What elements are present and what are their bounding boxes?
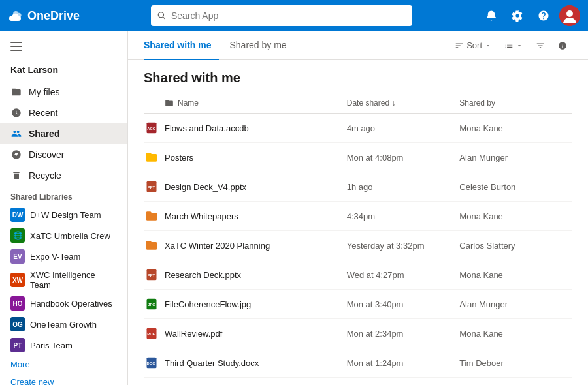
lib-badge-xwc: XW	[10, 273, 25, 287]
table-row[interactable]: PPT Design Deck_V4.pptx 1h ago Celeste B…	[144, 172, 572, 202]
file-date: Mon at 1:24pm	[347, 348, 460, 378]
lib-badge-dw: DW	[10, 208, 25, 222]
file-name: March Whitepapers	[165, 211, 238, 221]
col-header-shared-by[interactable]: Shared by	[459, 93, 572, 114]
file-name-cell: PDF WallReview.pdf	[144, 319, 347, 348]
lib-badge-pt: PT	[10, 338, 25, 352]
table-row[interactable]: DOC Third Quarter Study.docx Mon at 1:24…	[144, 348, 572, 378]
table-row[interactable]: JPG FileCoherenceFlow.jpg Mon at 3:40pm …	[144, 290, 572, 319]
file-name-cell: DOC Third Quarter Study.docx	[144, 348, 347, 378]
file-type-icon	[144, 238, 159, 253]
my-files-icon	[10, 86, 22, 98]
app-logo[interactable]: OneDrive	[8, 8, 112, 23]
file-name-cell: PPT Research Deck.pptx	[144, 260, 347, 290]
file-shared-by: Mona Kane	[459, 260, 572, 290]
file-type-icon	[144, 149, 159, 165]
file-name: Third Quarter Study.docx	[165, 358, 259, 368]
lib-label-dw: D+W Design Team	[30, 210, 101, 220]
col-header-date[interactable]: Date shared ↓	[347, 93, 460, 114]
svg-text:DOC: DOC	[147, 362, 156, 365]
file-type-icon	[144, 208, 159, 224]
list-view-icon	[504, 41, 514, 50]
search-box[interactable]	[151, 5, 412, 26]
sidebar-lib-dw[interactable]: DW D+W Design Team	[0, 204, 127, 225]
file-type-icon: ACC	[144, 120, 159, 136]
hamburger-button[interactable]	[0, 37, 127, 58]
lib-badge-og: OG	[10, 317, 25, 331]
sidebar-lib-og[interactable]: OG OneTeam Growth	[0, 314, 127, 335]
notification-button[interactable]	[481, 5, 502, 26]
more-link[interactable]: More	[0, 356, 127, 373]
sidebar-item-discover[interactable]: Discover	[0, 144, 127, 165]
file-name-cell: March Whitepapers	[144, 202, 347, 231]
view-chevron-icon	[516, 42, 523, 49]
tab-shared-by-me[interactable]: Shared by me	[229, 31, 294, 60]
filter-icon	[536, 41, 545, 50]
file-type-icon: PDF	[144, 326, 159, 341]
sidebar-lib-pt[interactable]: PT Paris Team	[0, 335, 127, 356]
sort-icon	[455, 41, 464, 50]
search-icon	[157, 11, 166, 20]
table-row[interactable]: PPT Research Deck.pptx Wed at 4:27pm Mon…	[144, 260, 572, 290]
help-button[interactable]	[533, 5, 554, 26]
main-layout: Kat Larson My files Recent Shared Discov…	[0, 31, 588, 385]
svg-point-0	[158, 12, 163, 18]
sidebar-item-label: My files	[29, 87, 59, 97]
sidebar-username: Kat Larson	[0, 61, 127, 82]
table-row[interactable]: PDF WallReview.pdf Mon at 2:34pm Mona Ka…	[144, 319, 572, 348]
info-button[interactable]	[553, 38, 572, 53]
svg-text:PDF: PDF	[147, 332, 155, 336]
file-type-icon: DOC	[144, 355, 159, 371]
table-row[interactable]: Posters Mon at 4:08pm Alan Munger	[144, 143, 572, 172]
lib-label-og: OneTeam Growth	[30, 320, 97, 330]
file-type-icon: PPT	[144, 267, 159, 283]
help-icon	[538, 10, 549, 22]
search-input[interactable]	[171, 10, 406, 21]
file-name: XaTC Winter 2020 Planning	[165, 241, 270, 251]
sidebar-item-label: Recent	[29, 108, 57, 118]
file-name-cell: XaTC Winter 2020 Planning	[144, 231, 347, 260]
sidebar-lib-xwc[interactable]: XW XWC Intelligence Team	[0, 267, 127, 293]
shared-icon	[10, 128, 22, 140]
sort-button[interactable]: Sort	[449, 38, 497, 53]
lib-label-ev: Expo V-Team	[30, 252, 80, 262]
table-row[interactable]: March Whitepapers 4:34pm Mona Kane	[144, 202, 572, 231]
file-date: 4m ago	[347, 114, 460, 143]
sidebar-item-recycle[interactable]: Recycle	[0, 165, 127, 186]
avatar[interactable]	[559, 5, 580, 26]
sidebar-lib-xatc[interactable]: 🌐 XaTC Umbrella Crew	[0, 225, 127, 246]
sort-chevron-icon	[485, 42, 491, 49]
sidebar-item-shared[interactable]: Shared	[0, 123, 127, 144]
file-shared-by: Mona Kane	[459, 114, 572, 143]
table-row[interactable]: ACC Flows and Data.accdb 4m ago Mona Kan…	[144, 114, 572, 143]
lib-badge-ev: EV	[10, 249, 25, 264]
filter-button[interactable]	[531, 38, 550, 53]
page-title: Shared with me	[144, 60, 572, 93]
file-name-cell: Posters	[144, 143, 347, 172]
sidebar-lib-ho[interactable]: HO Handbook Operatives	[0, 293, 127, 314]
sidebar-item-recent[interactable]: Recent	[0, 102, 127, 123]
lib-label-pt: Paris Team	[30, 341, 73, 350]
lib-label-ho: Handbook Operatives	[30, 299, 112, 309]
table-row[interactable]: XaTC Winter 2020 Planning Yesterday at 3…	[144, 231, 572, 260]
col-header-name[interactable]: Name	[144, 93, 347, 114]
lib-badge-xatc: 🌐	[10, 228, 25, 243]
file-date: Mon at 4:08pm	[347, 143, 460, 172]
sidebar-item-my-files[interactable]: My files	[0, 82, 127, 102]
create-new-link[interactable]: Create new	[0, 373, 127, 385]
file-shared-by: Celeste Burton	[459, 172, 572, 202]
settings-button[interactable]	[507, 5, 528, 26]
tab-shared-with-me[interactable]: Shared with me	[144, 31, 219, 60]
recycle-icon	[10, 170, 22, 181]
content-area: Shared with me Shared by me Sort	[128, 31, 588, 385]
sidebar-lib-ev[interactable]: EV Expo V-Team	[0, 246, 127, 267]
view-toggle-button[interactable]	[499, 38, 528, 53]
table-row[interactable]: Mock Ups July 24 Mona Kane	[144, 378, 572, 386]
info-icon	[558, 41, 567, 50]
sidebar-item-label: Recycle	[29, 170, 61, 181]
sidebar: Kat Larson My files Recent Shared Discov…	[0, 31, 128, 385]
file-date: July 24	[347, 378, 460, 386]
shared-libraries-label: Shared Libraries	[0, 186, 127, 204]
file-date: Wed at 4:27pm	[347, 260, 460, 290]
lib-label-xwc: XWC Intelligence Team	[30, 270, 117, 290]
